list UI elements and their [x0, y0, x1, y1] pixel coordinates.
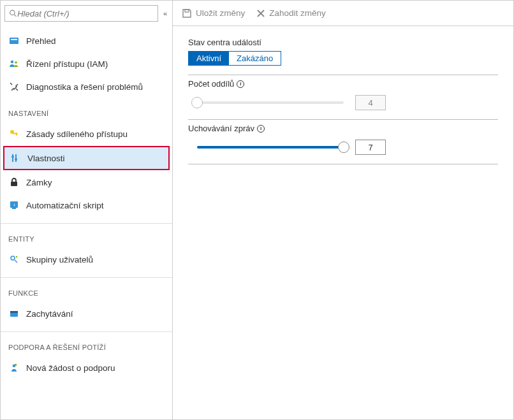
toolbar: Uložit změny Zahodit změny: [173, 1, 513, 26]
partitions-slider-thumb: [191, 97, 203, 108]
save-label: Uložit změny: [196, 8, 245, 18]
sidebar-item-capture[interactable]: Zachytávání: [1, 302, 172, 325]
section-header-functions: FUNKCE: [1, 277, 172, 302]
partitions-slider: [197, 97, 344, 108]
field-partitions: Počet oddílů i 4: [188, 79, 498, 120]
lock-icon: [8, 177, 20, 188]
sidebar-item-new-support-request[interactable]: Nová žádost o podporu: [1, 356, 172, 379]
svg-point-12: [15, 158, 17, 161]
sidebar-item-iam[interactable]: Řízení přístupu (IAM): [1, 52, 172, 75]
sidebar-item-label: Diagnostika a řešení problémů: [26, 82, 143, 92]
discard-label: Zahodit změny: [269, 8, 326, 18]
svg-rect-2: [10, 38, 18, 44]
search-row: «: [1, 1, 172, 29]
retention-value[interactable]: 7: [355, 140, 386, 155]
sidebar-item-label: Skupiny uživatelů: [26, 255, 93, 264]
svg-point-11: [11, 156, 14, 158]
sidebar-item-shared-access[interactable]: Zásady sdíleného přístupu: [1, 122, 172, 145]
sidebar-item-diagnostics[interactable]: Diagnostika a řešení problémů: [1, 75, 172, 98]
svg-rect-8: [16, 133, 17, 136]
sidebar-item-locks[interactable]: Zámky: [1, 171, 172, 194]
svg-rect-21: [10, 311, 18, 313]
sidebar-item-label: Vlastnosti: [27, 154, 65, 163]
status-active-button[interactable]: Aktivní: [189, 52, 229, 65]
info-icon[interactable]: i: [257, 125, 265, 133]
svg-point-5: [15, 61, 17, 64]
sidebar-item-label: Zámky: [26, 178, 52, 187]
save-button[interactable]: Uložit změny: [182, 8, 245, 18]
sidebar: « Přehled Řízení přístupu (IAM) Diagnost…: [1, 1, 173, 419]
status-toggle: Aktivní Zakázáno: [188, 51, 281, 66]
properties-icon: [10, 152, 21, 164]
sidebar-item-properties[interactable]: Vlastnosti: [3, 146, 170, 170]
groups-icon: [8, 254, 20, 265]
section-header-support: PODPORA A ŘEŠENÍ POTÍŽÍ: [1, 331, 172, 356]
script-icon: ⇣: [8, 199, 20, 211]
svg-rect-23: [15, 364, 17, 366]
sidebar-collapse-button[interactable]: «: [162, 10, 168, 17]
svg-rect-13: [11, 182, 17, 186]
svg-rect-3: [11, 39, 17, 40]
key-icon: [8, 128, 20, 140]
sidebar-item-label: Nová žádost o podporu: [26, 363, 115, 373]
save-icon: [182, 8, 192, 18]
support-icon: [8, 362, 20, 373]
content: Stav centra událostí Aktivní Zakázáno Po…: [173, 26, 513, 180]
status-label: Stav centra událostí: [188, 38, 498, 47]
sidebar-item-overview[interactable]: Přehled: [1, 29, 172, 52]
sidebar-item-label: Zásady sdíleného přístupu: [26, 129, 128, 139]
search-box[interactable]: [4, 5, 158, 22]
status-disabled-button[interactable]: Zakázáno: [229, 52, 281, 65]
svg-text:⇣: ⇣: [13, 203, 16, 206]
sidebar-item-automation-script[interactable]: ⇣ Automatizační skript: [1, 194, 172, 217]
search-input[interactable]: [17, 9, 154, 18]
discard-icon: [256, 9, 265, 18]
section-header-settings: NASTAVENÍ: [1, 98, 172, 122]
svg-rect-15: [12, 208, 16, 209]
svg-point-19: [16, 256, 18, 258]
svg-line-1: [14, 15, 16, 17]
main-area: Uložit změny Zahodit změny Stav centra u…: [173, 1, 513, 419]
retention-label: Uchovávání zpráv i: [188, 124, 498, 133]
svg-point-0: [10, 10, 15, 15]
section-header-entity: ENTITY: [1, 223, 172, 248]
discard-button[interactable]: Zahodit změny: [256, 8, 326, 18]
sidebar-item-label: Zachytávání: [26, 309, 73, 319]
search-icon: [9, 9, 17, 18]
diagnostics-icon: [8, 81, 20, 92]
field-retention: Uchovávání zpráv i 7: [188, 124, 498, 164]
sidebar-item-label: Přehled: [26, 36, 56, 46]
retention-slider-thumb[interactable]: [338, 141, 349, 153]
partitions-label: Počet oddílů i: [188, 79, 498, 89]
info-icon[interactable]: i: [237, 80, 244, 88]
retention-slider[interactable]: [197, 141, 344, 153]
field-status: Stav centra událostí Aktivní Zakázáno: [188, 38, 498, 75]
svg-line-18: [15, 260, 17, 263]
overview-icon: [8, 35, 20, 47]
svg-point-4: [11, 61, 13, 63]
sidebar-item-label: Automatizační skript: [26, 201, 104, 210]
iam-icon: [8, 58, 20, 69]
sidebar-item-label: Řízení přístupu (IAM): [26, 59, 108, 69]
capture-icon: [8, 308, 20, 319]
svg-point-17: [11, 256, 15, 260]
partitions-value: 4: [355, 95, 386, 110]
sidebar-item-user-groups[interactable]: Skupiny uživatelů: [1, 248, 172, 271]
